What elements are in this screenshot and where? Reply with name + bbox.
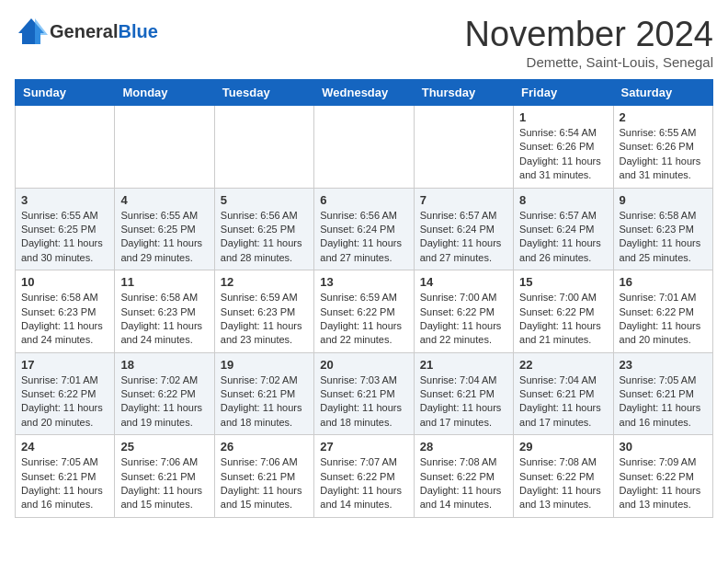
day-info: Sunrise: 7:00 AMSunset: 6:22 PMDaylight:… <box>420 291 507 348</box>
day-number: 18 <box>120 358 208 372</box>
day-info: Sunrise: 7:05 AMSunset: 6:21 PMDaylight:… <box>21 455 108 512</box>
calendar-cell: 15Sunrise: 7:00 AMSunset: 6:22 PMDayligh… <box>514 270 613 353</box>
day-number: 7 <box>420 193 507 207</box>
calendar-header-row: SundayMondayTuesdayWednesdayThursdayFrid… <box>16 80 713 106</box>
day-of-week-header: Monday <box>115 80 214 106</box>
day-number: 30 <box>620 440 707 454</box>
day-number: 29 <box>519 440 607 454</box>
day-number: 14 <box>420 275 507 289</box>
calendar-cell: 1Sunrise: 6:54 AMSunset: 6:26 PMDaylight… <box>514 106 613 189</box>
calendar-cell: 7Sunrise: 6:57 AMSunset: 6:24 PMDaylight… <box>414 188 513 270</box>
day-info: Sunrise: 6:58 AMSunset: 6:23 PMDaylight:… <box>21 291 108 348</box>
calendar-table: SundayMondayTuesdayWednesdayThursdayFrid… <box>15 79 713 518</box>
day-number: 17 <box>21 358 108 372</box>
day-number: 21 <box>420 358 507 372</box>
calendar-cell: 17Sunrise: 7:01 AMSunset: 6:22 PMDayligh… <box>16 352 115 435</box>
day-number: 1 <box>519 110 607 124</box>
calendar-week-row: 3Sunrise: 6:55 AMSunset: 6:25 PMDaylight… <box>16 188 713 270</box>
day-number: 23 <box>620 358 707 372</box>
calendar-cell <box>414 106 513 189</box>
day-info: Sunrise: 6:57 AMSunset: 6:24 PMDaylight:… <box>519 209 607 266</box>
day-of-week-header: Thursday <box>414 80 513 106</box>
day-info: Sunrise: 6:54 AMSunset: 6:26 PMDaylight:… <box>519 126 607 183</box>
calendar-cell: 5Sunrise: 6:56 AMSunset: 6:25 PMDaylight… <box>214 188 313 270</box>
day-info: Sunrise: 6:59 AMSunset: 6:22 PMDaylight:… <box>320 291 407 348</box>
day-number: 24 <box>21 440 108 454</box>
day-info: Sunrise: 6:56 AMSunset: 6:24 PMDaylight:… <box>320 209 407 266</box>
calendar-cell: 23Sunrise: 7:05 AMSunset: 6:21 PMDayligh… <box>613 352 712 435</box>
title-block: November 2024 Demette, Saint-Louis, Sene… <box>465 15 713 70</box>
day-number: 13 <box>320 275 407 289</box>
day-info: Sunrise: 7:06 AMSunset: 6:21 PMDaylight:… <box>221 455 308 512</box>
day-info: Sunrise: 7:02 AMSunset: 6:21 PMDaylight:… <box>221 373 308 431</box>
day-number: 25 <box>120 440 208 454</box>
calendar-cell <box>214 106 313 189</box>
day-info: Sunrise: 6:55 AMSunset: 6:26 PMDaylight:… <box>620 126 707 183</box>
day-info: Sunrise: 7:04 AMSunset: 6:21 PMDaylight:… <box>420 373 507 431</box>
calendar-cell: 3Sunrise: 6:55 AMSunset: 6:25 PMDaylight… <box>16 188 115 270</box>
day-info: Sunrise: 6:57 AMSunset: 6:24 PMDaylight:… <box>420 209 507 266</box>
day-of-week-header: Tuesday <box>214 80 313 106</box>
calendar-cell: 10Sunrise: 6:58 AMSunset: 6:23 PMDayligh… <box>16 270 115 353</box>
calendar-cell: 6Sunrise: 6:56 AMSunset: 6:24 PMDaylight… <box>314 188 414 270</box>
day-info: Sunrise: 7:01 AMSunset: 6:22 PMDaylight:… <box>620 291 707 348</box>
logo-general: General <box>50 21 118 41</box>
day-number: 9 <box>620 193 707 207</box>
day-number: 10 <box>21 275 108 289</box>
location: Demette, Saint-Louis, Senegal <box>465 54 713 70</box>
day-of-week-header: Sunday <box>16 80 115 106</box>
day-number: 26 <box>221 440 308 454</box>
calendar-cell: 25Sunrise: 7:06 AMSunset: 6:21 PMDayligh… <box>115 435 214 518</box>
day-info: Sunrise: 6:55 AMSunset: 6:25 PMDaylight:… <box>21 209 108 266</box>
logo-icon <box>15 15 48 48</box>
calendar-week-row: 24Sunrise: 7:05 AMSunset: 6:21 PMDayligh… <box>16 435 713 518</box>
day-info: Sunrise: 7:05 AMSunset: 6:21 PMDaylight:… <box>620 373 707 431</box>
day-number: 6 <box>320 193 407 207</box>
calendar-cell: 2Sunrise: 6:55 AMSunset: 6:26 PMDaylight… <box>613 106 712 189</box>
day-info: Sunrise: 6:56 AMSunset: 6:25 PMDaylight:… <box>221 209 308 266</box>
calendar-cell: 19Sunrise: 7:02 AMSunset: 6:21 PMDayligh… <box>214 352 313 435</box>
day-info: Sunrise: 6:58 AMSunset: 6:23 PMDaylight:… <box>620 209 707 266</box>
calendar-cell <box>115 106 214 189</box>
calendar-cell: 26Sunrise: 7:06 AMSunset: 6:21 PMDayligh… <box>214 435 313 518</box>
calendar-cell: 12Sunrise: 6:59 AMSunset: 6:23 PMDayligh… <box>214 270 313 353</box>
day-number: 19 <box>221 358 308 372</box>
day-number: 16 <box>620 275 707 289</box>
month-title: November 2024 <box>465 15 713 54</box>
day-number: 20 <box>320 358 407 372</box>
calendar-cell <box>16 106 115 189</box>
day-info: Sunrise: 6:59 AMSunset: 6:23 PMDaylight:… <box>221 291 308 348</box>
calendar-cell: 14Sunrise: 7:00 AMSunset: 6:22 PMDayligh… <box>414 270 513 353</box>
calendar-cell: 16Sunrise: 7:01 AMSunset: 6:22 PMDayligh… <box>613 270 712 353</box>
day-of-week-header: Wednesday <box>314 80 414 106</box>
day-number: 12 <box>221 275 308 289</box>
calendar-week-row: 10Sunrise: 6:58 AMSunset: 6:23 PMDayligh… <box>16 270 713 353</box>
calendar-cell: 24Sunrise: 7:05 AMSunset: 6:21 PMDayligh… <box>16 435 115 518</box>
day-info: Sunrise: 7:03 AMSunset: 6:21 PMDaylight:… <box>320 373 407 431</box>
day-number: 22 <box>519 358 607 372</box>
day-number: 5 <box>221 193 308 207</box>
day-of-week-header: Friday <box>514 80 613 106</box>
calendar-cell: 4Sunrise: 6:55 AMSunset: 6:25 PMDaylight… <box>115 188 214 270</box>
calendar-cell: 9Sunrise: 6:58 AMSunset: 6:23 PMDaylight… <box>613 188 712 270</box>
day-number: 28 <box>420 440 507 454</box>
day-number: 15 <box>519 275 607 289</box>
logo-blue: Blue <box>118 21 157 41</box>
calendar-cell: 28Sunrise: 7:08 AMSunset: 6:22 PMDayligh… <box>414 435 513 518</box>
calendar-cell: 30Sunrise: 7:09 AMSunset: 6:22 PMDayligh… <box>613 435 712 518</box>
day-info: Sunrise: 6:58 AMSunset: 6:23 PMDaylight:… <box>120 291 208 348</box>
calendar-cell: 27Sunrise: 7:07 AMSunset: 6:22 PMDayligh… <box>314 435 414 518</box>
calendar-cell: 21Sunrise: 7:04 AMSunset: 6:21 PMDayligh… <box>414 352 513 435</box>
day-number: 3 <box>21 193 108 207</box>
day-info: Sunrise: 7:08 AMSunset: 6:22 PMDaylight:… <box>519 455 607 512</box>
logo: GeneralBlue <box>15 15 158 48</box>
calendar-cell: 18Sunrise: 7:02 AMSunset: 6:22 PMDayligh… <box>115 352 214 435</box>
day-info: Sunrise: 7:00 AMSunset: 6:22 PMDaylight:… <box>519 291 607 348</box>
calendar-week-row: 17Sunrise: 7:01 AMSunset: 6:22 PMDayligh… <box>16 352 713 435</box>
day-info: Sunrise: 7:08 AMSunset: 6:22 PMDaylight:… <box>420 455 507 512</box>
calendar-cell: 22Sunrise: 7:04 AMSunset: 6:21 PMDayligh… <box>514 352 613 435</box>
day-info: Sunrise: 6:55 AMSunset: 6:25 PMDaylight:… <box>120 209 208 266</box>
day-info: Sunrise: 7:04 AMSunset: 6:21 PMDaylight:… <box>519 373 607 431</box>
day-info: Sunrise: 7:09 AMSunset: 6:22 PMDaylight:… <box>620 455 707 512</box>
day-info: Sunrise: 7:01 AMSunset: 6:22 PMDaylight:… <box>21 373 108 431</box>
